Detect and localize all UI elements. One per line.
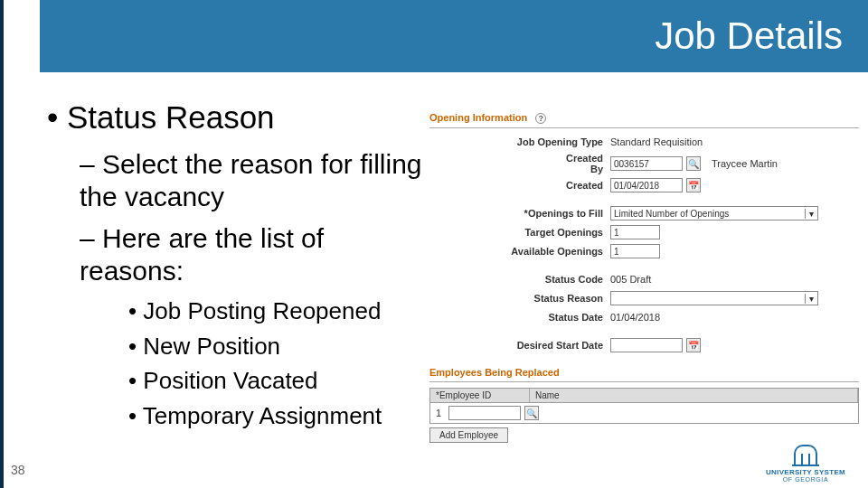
slide: Job Details Status Reason Select the rea…: [0, 0, 868, 488]
logo-line2: OF GEORGIA: [756, 476, 855, 483]
value-job-opening-type: Standard Requisition: [610, 136, 859, 147]
form-panel: Opening Information ? Job Opening Type S…: [429, 110, 859, 443]
chevron-down-icon: ▾: [805, 294, 817, 304]
row-index: 1: [436, 408, 445, 418]
label-available-openings: Available Openings: [429, 246, 610, 257]
page-number: 38: [11, 463, 25, 477]
input-created-date[interactable]: 01/04/2018: [610, 178, 683, 192]
table-row: 1 🔍: [430, 403, 858, 423]
select-status-reason[interactable]: ▾: [610, 291, 818, 305]
value-status-code: 005 Draft: [610, 274, 859, 285]
row-job-opening-type: Job Opening Type Standard Requisition: [429, 134, 859, 150]
lookup-icon[interactable]: 🔍: [686, 156, 701, 171]
row-created-by: CreatedBy 0036157 🔍 Traycee Martin: [429, 153, 859, 174]
chevron-down-icon: ▾: [805, 209, 817, 219]
label-created: Created: [429, 180, 610, 191]
col-employee-id: *Employee ID: [430, 389, 530, 402]
label-status-date: Status Date: [429, 312, 610, 323]
slide-content: Status Reason Select the reason for fill…: [47, 99, 427, 436]
row-desired-start-date: Desired Start Date 📅: [429, 337, 859, 353]
row-status-date: Status Date 01/04/2018: [429, 309, 859, 325]
label-job-opening-type: Job Opening Type: [429, 136, 610, 147]
content-sub1: Select the reason for filling the vacanc…: [80, 148, 427, 213]
content-heading: Status Reason: [47, 99, 427, 136]
input-employee-id[interactable]: [448, 406, 521, 420]
input-available-openings[interactable]: 1: [610, 244, 660, 258]
value-created-by-name: Traycee Martin: [712, 158, 778, 169]
select-openings-to-fill[interactable]: Limited Number of Openings ▾: [610, 206, 818, 221]
label-desired-start-date: Desired Start Date: [429, 340, 610, 351]
reason-item: Temporary Assignment: [128, 401, 427, 431]
input-desired-start-date[interactable]: [610, 338, 683, 352]
title-bar: Job Details: [40, 0, 868, 72]
help-icon[interactable]: ?: [535, 113, 546, 124]
row-status-reason: Status Reason ▾: [429, 290, 859, 306]
arch-icon: [790, 445, 821, 466]
row-available-openings: Available Openings 1: [429, 243, 859, 259]
lookup-icon[interactable]: 🔍: [524, 406, 539, 420]
select-value: Limited Number of Openings: [614, 209, 729, 219]
employee-grid: *Employee ID Name 1 🔍: [429, 388, 859, 424]
col-name: Name: [530, 389, 858, 402]
row-openings-to-fill: *Openings to Fill Limited Number of Open…: [429, 205, 859, 221]
value-status-date: 01/04/2018: [610, 312, 859, 323]
label-target-openings: Target Openings: [429, 227, 610, 238]
add-employee-button[interactable]: Add Employee: [429, 427, 508, 443]
slide-title: Job Details: [655, 14, 843, 58]
label-openings-to-fill: *Openings to Fill: [429, 208, 610, 219]
reason-item: New Position: [128, 332, 427, 361]
input-target-openings[interactable]: 1: [610, 225, 660, 239]
content-sub2: Here are the list of reasons:: [80, 222, 427, 287]
label-status-reason: Status Reason: [429, 293, 610, 304]
section-title: Opening Information: [429, 112, 527, 123]
usg-logo: UNIVERSITY SYSTEM OF GEORGIA: [756, 445, 855, 483]
label-status-code: Status Code: [429, 274, 610, 285]
calendar-icon[interactable]: 📅: [686, 338, 701, 352]
row-target-openings: Target Openings 1: [429, 224, 859, 240]
row-created: Created 01/04/2018 📅: [429, 177, 859, 193]
input-created-by-id[interactable]: 0036157: [610, 156, 683, 171]
reason-item: Position Vacated: [128, 366, 427, 396]
label-created-by: CreatedBy: [429, 153, 610, 174]
calendar-icon[interactable]: 📅: [686, 178, 701, 192]
reason-item: Job Posting Reopened: [128, 296, 427, 326]
section-employees-replaced: Employees Being Replaced: [429, 365, 859, 382]
logo-line1: UNIVERSITY SYSTEM: [756, 468, 855, 476]
row-status-code: Status Code 005 Draft: [429, 271, 859, 287]
grid-header: *Employee ID Name: [430, 389, 858, 403]
section-opening-information: Opening Information ?: [429, 110, 859, 128]
